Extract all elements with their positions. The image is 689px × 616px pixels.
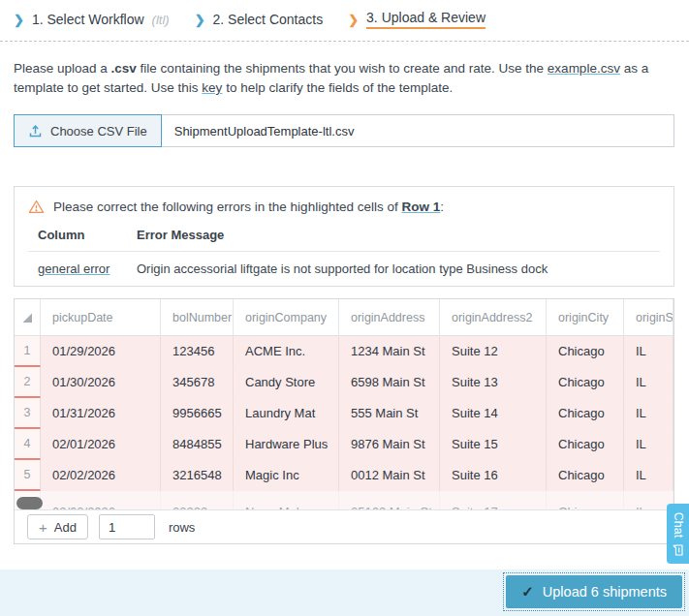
column-header-originCity[interactable]: originCity xyxy=(547,299,624,336)
breadcrumb-step-select-workflow[interactable]: ❯ 1. Select Workflow (ltl) xyxy=(14,12,170,27)
cell-originAddress[interactable]: 6598 Main St xyxy=(339,367,440,398)
chevron-right-icon: ❯ xyxy=(195,14,205,26)
choose-csv-file-button[interactable]: Choose CSV File xyxy=(14,114,162,147)
row-1-link[interactable]: Row 1 xyxy=(401,200,440,214)
cell-originCompany[interactable]: Magic Inc xyxy=(234,460,339,491)
error-row: general error Origin accessorial liftgat… xyxy=(28,262,660,276)
cell-bolNumber[interactable]: 345678 xyxy=(161,367,234,398)
cell-originAddress2[interactable]: Suite 16 xyxy=(440,460,547,491)
column-header-originState[interactable]: originSta xyxy=(624,299,673,336)
row-number-cell[interactable]: 2 xyxy=(15,367,41,398)
table-row: 1 01/29/2026 123456 ACME Inc. 1234 Main … xyxy=(15,336,673,367)
row-number-cell[interactable]: 1 xyxy=(15,336,41,367)
column-header-originCompany[interactable]: originCompany xyxy=(234,299,339,336)
column-header-originAddress[interactable]: originAddress xyxy=(339,299,440,336)
key-link[interactable]: key xyxy=(202,80,222,95)
cell-originState[interactable]: IL xyxy=(624,460,673,491)
column-header-originAddress2[interactable]: originAddress2 xyxy=(440,299,547,336)
cell-originAddress[interactable]: 9876 Main St xyxy=(339,429,440,460)
example-csv-link[interactable]: example.csv xyxy=(548,61,620,76)
table-row: 3 01/31/2026 9956665 Laundry Mat 555 Mai… xyxy=(15,398,673,429)
table-row: 2 01/30/2026 345678 Candy Store 6598 Mai… xyxy=(15,367,673,398)
select-all-triangle-icon xyxy=(21,312,33,323)
cell-originCity[interactable]: Chicago xyxy=(547,336,624,367)
cell-originCity[interactable]: Chicago xyxy=(547,429,624,460)
cell-originCity[interactable]: Chicago xyxy=(547,398,624,429)
validation-error-panel: Please correct the following errors in t… xyxy=(14,186,674,287)
upload-button-label: Upload 6 shipments xyxy=(543,584,667,600)
cell-originAddress2[interactable]: Suite 13 xyxy=(440,367,547,398)
cell-pickupDate[interactable]: 01/29/2026 xyxy=(41,336,161,367)
table-header-row: pickupDate bolNumber originCompany origi… xyxy=(15,299,673,336)
cell-originAddress[interactable]: 0012 Main St xyxy=(339,460,440,491)
csv-file-control: Choose CSV File ShipmentUploadTemplate-l… xyxy=(14,114,674,147)
add-button-label: Add xyxy=(54,520,77,535)
column-header-pickupDate[interactable]: pickupDate xyxy=(41,299,161,336)
cell-pickupDate[interactable]: 01/30/2026 xyxy=(41,367,161,398)
cell-pickupDate[interactable]: 02/01/2026 xyxy=(41,429,161,460)
cell-bolNumber[interactable]: 3216548 xyxy=(161,460,234,491)
step-label: 2. Select Contacts xyxy=(213,12,324,27)
upload-shipments-button[interactable]: ✓ Upload 6 shipments xyxy=(506,575,682,608)
error-message-text: Origin accessorial liftgate is not suppo… xyxy=(137,262,660,276)
table-row: 4 02/01/2026 8484855 Hardware Plus 9876 … xyxy=(15,429,673,460)
cell-originCompany[interactable]: ACME Inc. xyxy=(234,336,339,367)
intro-text: to help clarify the fields of the templa… xyxy=(222,80,453,95)
cell-originAddress2[interactable]: Suite 15 xyxy=(440,429,547,460)
cell-originState[interactable]: IL xyxy=(624,429,673,460)
breadcrumb-step-upload-review[interactable]: ❯ 3. Upload & Review xyxy=(348,10,485,29)
row-number-cell[interactable]: 5 xyxy=(15,460,41,491)
chevron-right-icon: ❯ xyxy=(14,14,24,26)
cell-originAddress[interactable]: 1234 Main St xyxy=(339,336,440,367)
cell-pickupDate[interactable]: 02/02/2026 xyxy=(41,460,161,491)
row-number-cell[interactable]: 3 xyxy=(15,398,41,429)
cell-bolNumber[interactable]: 9956665 xyxy=(161,398,234,429)
cell-originCity[interactable]: Chicago xyxy=(547,367,624,398)
bottom-action-bar: ✓ Upload 6 shipments xyxy=(0,570,689,616)
step-suffix: (ltl) xyxy=(152,13,170,27)
cell-originCompany[interactable]: Hardware Plus xyxy=(234,429,339,460)
cell-originAddress[interactable]: 555 Main St xyxy=(339,398,440,429)
warning-triangle-icon xyxy=(28,200,45,214)
breadcrumb-step-select-contacts[interactable]: ❯ 2. Select Contacts xyxy=(195,12,324,27)
dashed-divider xyxy=(0,41,689,42)
cell-pickupDate[interactable]: 01/31/2026 xyxy=(41,398,161,429)
cell-originState[interactable]: IL xyxy=(624,336,673,367)
cell-bolNumber[interactable]: 8484855 xyxy=(161,429,234,460)
selected-filename: ShipmentUploadTemplate-ltl.csv xyxy=(174,124,355,139)
error-column-header: Column xyxy=(38,228,137,242)
grid-footer: + Add rows xyxy=(15,509,673,543)
column-header-bolNumber[interactable]: bolNumber xyxy=(161,299,234,336)
select-all-corner-cell[interactable] xyxy=(15,299,41,336)
cell-originState[interactable]: IL xyxy=(624,398,673,429)
table-row: 5 02/02/2026 3216548 Magic Inc 0012 Main… xyxy=(15,460,673,491)
check-icon: ✓ xyxy=(521,583,534,601)
step-label: 1. Select Workflow xyxy=(32,12,144,27)
cell-originState[interactable]: IL xyxy=(624,367,673,398)
selected-filename-field[interactable]: ShipmentUploadTemplate-ltl.csv xyxy=(162,114,674,147)
chat-tab-label: Chat xyxy=(672,512,685,538)
upload-tray-icon xyxy=(28,124,43,139)
add-rows-button[interactable]: + Add xyxy=(27,514,88,539)
rows-label: rows xyxy=(169,520,195,535)
add-rows-count-input[interactable] xyxy=(99,514,155,539)
cell-originCity[interactable]: Chicago xyxy=(547,460,624,491)
chat-tab[interactable]: Chat xyxy=(667,504,689,564)
workflow-breadcrumb: ❯ 1. Select Workflow (ltl) ❯ 2. Select C… xyxy=(14,10,485,29)
choose-file-label: Choose CSV File xyxy=(50,124,147,139)
row-number-cell[interactable]: 4 xyxy=(15,429,41,460)
chevron-right-icon: ❯ xyxy=(348,14,359,26)
step-label: 3. Upload & Review xyxy=(366,10,485,29)
shipment-table: pickupDate bolNumber originCompany origi… xyxy=(15,299,673,534)
cell-originAddress2[interactable]: Suite 14 xyxy=(440,398,547,429)
error-column-link[interactable]: general error xyxy=(38,262,110,276)
cell-originAddress2[interactable]: Suite 12 xyxy=(440,336,547,367)
intro-text: Please upload a xyxy=(14,61,111,76)
chat-bubble-icon xyxy=(673,543,684,556)
cell-bolNumber[interactable]: 123456 xyxy=(161,336,234,367)
cell-originCompany[interactable]: Candy Store xyxy=(234,367,339,398)
cell-originCompany[interactable]: Laundry Mat xyxy=(234,398,339,429)
upload-instructions: Please upload a .csv file containing the… xyxy=(14,59,674,98)
error-message-heading: Please correct the following errors in t… xyxy=(53,200,444,214)
horizontal-scrollbar-thumb[interactable] xyxy=(16,497,43,509)
